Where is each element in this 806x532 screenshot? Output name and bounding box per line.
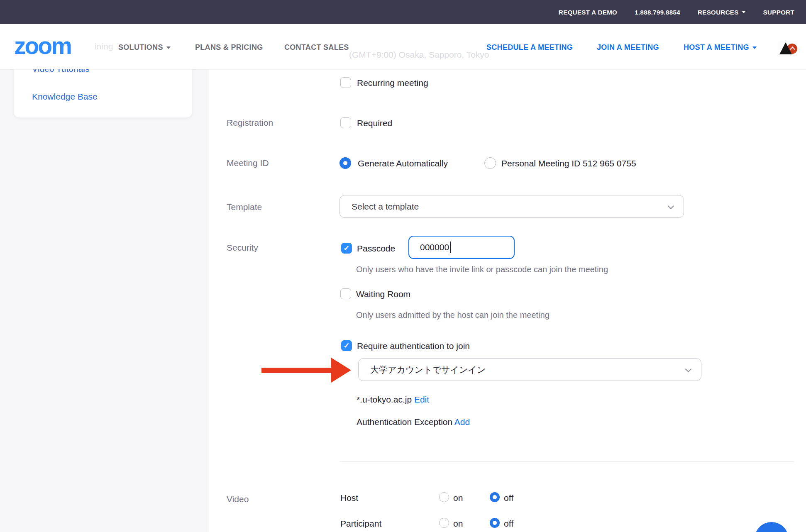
chevron-down-icon xyxy=(742,11,746,13)
ghost-timezone-text: (GMT+9:00) Osaka, Sapporo, Tokyo xyxy=(349,50,489,60)
ghost-text-fragment: ining xyxy=(95,41,113,51)
red-arrow-annotation xyxy=(261,358,351,383)
host-video-off-radio[interactable] xyxy=(490,492,500,502)
auth-method-select[interactable]: 大学アカウントでサインイン xyxy=(358,358,701,381)
waiting-room-label: Waiting Room xyxy=(356,289,410,299)
video-participant-label: Participant xyxy=(340,519,381,529)
zoom-logo[interactable]: zoom xyxy=(14,34,71,58)
auth-exception-label: Authentication Exception xyxy=(357,417,452,427)
text-cursor xyxy=(450,242,451,253)
chevron-down-icon xyxy=(752,46,757,49)
participant-video-off-label: off xyxy=(504,519,513,529)
chevron-down-icon xyxy=(166,46,171,49)
registration-label: Registration xyxy=(227,118,273,128)
chevron-down-icon xyxy=(668,203,674,210)
top-utility-bar: REQUEST A DEMO 1.888.799.8854 RESOURCES … xyxy=(0,0,806,24)
registration-required-label: Required xyxy=(357,118,392,128)
sidebar-item-knowledge-base[interactable]: Knowledge Base xyxy=(32,92,98,102)
waiting-room-helper-text: Only users admitted by the host can join… xyxy=(356,310,550,320)
recurring-meeting-checkbox[interactable] xyxy=(340,77,351,88)
nav-contact-sales[interactable]: CONTACT SALES xyxy=(284,43,349,52)
meeting-id-personal-radio[interactable] xyxy=(484,157,496,169)
nav-solutions-menu[interactable]: SOLUTIONS xyxy=(118,43,171,52)
passcode-helper-text: Only users who have the invite link or p… xyxy=(356,265,608,274)
host-meeting-label: HOST A MEETING xyxy=(684,43,749,52)
host-video-off-label: off xyxy=(504,493,513,503)
support-link[interactable]: SUPPORT xyxy=(763,9,794,16)
recurring-meeting-label: Recurring meeting xyxy=(357,78,428,88)
resources-menu[interactable]: RESOURCES xyxy=(698,9,746,16)
video-label: Video xyxy=(227,494,249,504)
red-arrow-shaft xyxy=(261,368,331,373)
main-navbar: ining (GMT+9:00) Osaka, Sapporo, Tokyo z… xyxy=(0,24,806,69)
registration-required-checkbox[interactable] xyxy=(340,117,351,128)
nav-schedule-meeting[interactable]: SCHEDULE A MEETING xyxy=(486,43,573,52)
auth-domain-edit-link[interactable]: Edit xyxy=(414,395,429,404)
meeting-id-generate-label: Generate Automatically xyxy=(358,159,448,168)
require-auth-label: Require authentication to join xyxy=(357,341,470,351)
section-divider xyxy=(339,461,794,462)
waiting-room-checkbox[interactable] xyxy=(340,288,351,299)
passcode-label: Passcode xyxy=(357,244,395,254)
require-auth-checkbox[interactable] xyxy=(341,340,352,351)
auth-domain-row: *.u-tokyo.ac.jp Edit xyxy=(357,395,429,405)
host-video-on-label: on xyxy=(453,493,463,503)
participant-video-on-label: on xyxy=(453,519,463,529)
host-video-on-radio[interactable] xyxy=(439,492,449,502)
passcode-input[interactable]: 000000 xyxy=(408,236,515,259)
red-arrow-head xyxy=(331,358,351,383)
meeting-id-generate-radio[interactable] xyxy=(339,157,351,169)
resources-label: RESOURCES xyxy=(698,9,739,16)
profile-avatar[interactable] xyxy=(778,41,798,56)
participant-video-off-radio[interactable] xyxy=(490,518,500,528)
template-select-value: Select a template xyxy=(352,202,419,212)
video-host-label: Host xyxy=(340,493,358,503)
request-demo-link[interactable]: REQUEST A DEMO xyxy=(559,9,617,16)
solutions-label: SOLUTIONS xyxy=(118,43,163,52)
passcode-checkbox[interactable] xyxy=(341,243,352,254)
auth-method-value: 大学アカウントでサインイン xyxy=(370,364,486,376)
nav-host-meeting-menu[interactable]: HOST A MEETING xyxy=(684,43,757,52)
auth-exception-add-link[interactable]: Add xyxy=(454,417,470,427)
template-label: Template xyxy=(227,202,262,212)
passcode-value: 000000 xyxy=(420,242,449,252)
security-label: Security xyxy=(227,243,258,253)
phone-number[interactable]: 1.888.799.8854 xyxy=(635,9,680,16)
help-chat-button[interactable] xyxy=(755,522,789,532)
chevron-down-icon xyxy=(685,366,692,373)
auth-exception-row: Authentication Exception Add xyxy=(357,417,470,427)
meeting-id-label: Meeting ID xyxy=(227,158,269,168)
template-select[interactable]: Select a template xyxy=(339,195,684,218)
auth-domain-value: *.u-tokyo.ac.jp xyxy=(357,395,412,404)
participant-video-on-radio[interactable] xyxy=(439,518,449,528)
nav-plans-pricing[interactable]: PLANS & PRICING xyxy=(195,43,263,52)
meeting-id-personal-label: Personal Meeting ID 512 965 0755 xyxy=(501,159,636,168)
nav-join-meeting[interactable]: JOIN A MEETING xyxy=(597,43,659,52)
